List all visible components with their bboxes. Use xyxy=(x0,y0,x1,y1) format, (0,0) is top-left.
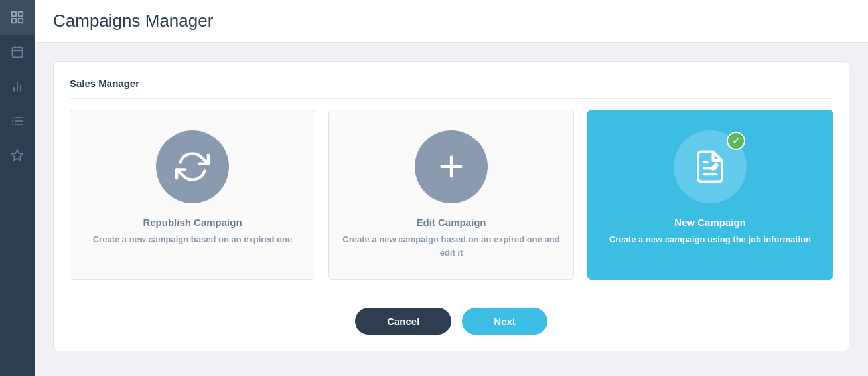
republish-label: Republish Campaign xyxy=(143,217,242,228)
option-republish[interactable]: Republish Campaign Create a new campaign… xyxy=(70,110,315,280)
main-content: Campaigns Manager Sales Manager Republis… xyxy=(35,0,868,376)
svg-rect-0 xyxy=(12,12,16,16)
sidebar-item-settings[interactable] xyxy=(0,138,35,173)
next-button[interactable]: Next xyxy=(462,308,547,335)
sidebar-item-list[interactable] xyxy=(0,104,35,138)
card-subtitle: Sales Manager xyxy=(70,78,833,99)
republish-icon-circle xyxy=(156,130,229,203)
plus-icon xyxy=(435,150,468,183)
page-header: Campaigns Manager xyxy=(35,0,868,43)
refresh-icon xyxy=(175,149,210,184)
option-edit[interactable]: Edit Campaign Create a new campaign base… xyxy=(328,110,574,280)
svg-rect-3 xyxy=(19,19,23,23)
edit-document-icon xyxy=(692,149,728,185)
new-campaign-icon-circle: ✓ xyxy=(674,130,747,203)
republish-desc: Create a new campaign based on an expire… xyxy=(93,233,293,246)
sidebar-item-chart[interactable] xyxy=(0,69,35,104)
sidebar xyxy=(0,0,35,376)
svg-rect-2 xyxy=(12,19,16,23)
svg-marker-17 xyxy=(12,150,23,161)
content-area: Sales Manager Republish Campaign Create … xyxy=(35,43,868,376)
new-campaign-desc: Create a new campaign using the job info… xyxy=(609,233,811,246)
buttons-row: Cancel Next xyxy=(70,301,833,335)
svg-rect-4 xyxy=(13,47,23,57)
sidebar-item-documents[interactable] xyxy=(0,0,35,35)
new-campaign-label: New Campaign xyxy=(674,217,746,228)
options-row: Republish Campaign Create a new campaign… xyxy=(70,110,833,280)
edit-desc: Create a new campaign based on an expire… xyxy=(342,233,560,259)
sidebar-item-calendar[interactable] xyxy=(0,35,35,69)
campaign-card: Sales Manager Republish Campaign Create … xyxy=(53,61,849,351)
page-title: Campaigns Manager xyxy=(53,11,849,31)
option-new[interactable]: ✓ New Campaign Create a new campaign usi… xyxy=(587,110,833,280)
check-badge: ✓ xyxy=(727,132,745,150)
edit-label: Edit Campaign xyxy=(416,217,486,228)
edit-icon-circle xyxy=(415,130,488,203)
cancel-button[interactable]: Cancel xyxy=(355,308,451,335)
svg-rect-1 xyxy=(19,12,23,16)
